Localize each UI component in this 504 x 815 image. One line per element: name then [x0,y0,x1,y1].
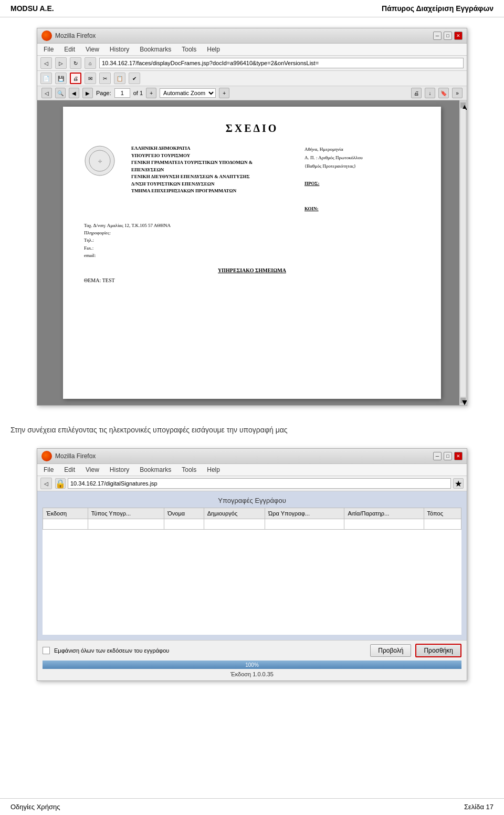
sig-empty-area [43,530,461,635]
ff-reload-icon-1[interactable]: ↻ [70,57,81,69]
ff-save-icon-1[interactable]: 💾 [55,73,67,84]
ff-menu-view-1[interactable]: View [83,45,101,54]
pdf-zoom-in[interactable]: + [219,88,229,98]
ff-tool5-icon-1[interactable]: ✂ [99,73,111,84]
sig-add-btn[interactable]: Προσθήκη [415,644,461,657]
pdf-addr-2: Πληροφορίες: [84,229,420,236]
ff-open-icon-1[interactable]: 📄 [40,73,52,84]
sig-cell-1-4 [204,519,265,530]
sig-title: Υπογραφές Εγγράφου [43,497,461,504]
ff-toolbar2-1: 📄 💾 🖨 ✉ ✂ 📋 ✔ [37,71,467,86]
svg-text:☩: ☩ [98,159,102,164]
sig-cell-1-1 [43,519,88,530]
pdf-more-btn[interactable]: » [452,88,463,98]
ff-lock-icon-2: 🔒 [55,478,66,489]
page-footer: Οδηγίες Χρήσης Σελίδα 17 [0,798,504,815]
ff-menu-history-1[interactable]: History [108,45,131,54]
ff-menu-edit-1[interactable]: Edit [62,45,77,54]
org-line-7: ΤΜΗΜΑ ΕΠΙΧΕΙΡΗΣΙΑΚΩΝ ΠΡΟΓΡΑΜΜΑΤΩΝ [131,188,294,195]
ff-menu-help-1[interactable]: Help [205,45,222,54]
firefox-logo-2 [41,451,52,461]
ff-toolbar-1: ◁ ▷ ↻ ⌂ [37,56,467,71]
sig-col-time: Ώρα Υπογραφ... [265,508,344,519]
ff-minimize-btn-2[interactable]: ─ [433,452,442,460]
ff-maximize-btn-1[interactable]: □ [444,32,452,40]
ff-title-text-1: Mozilla Firefox [55,32,96,39]
org-line-1: ΕΛΛΗΝΙΚΗ ΔΗΜΟΚΡΑΤΙΑ [131,145,294,152]
ff-address-input-1[interactable] [99,58,464,68]
ff-menu-view-2[interactable]: View [83,465,101,474]
ff-menu-tools-2[interactable]: Tools [180,465,198,474]
scrollbar-up[interactable]: ▲ [460,102,466,108]
ff-back-icon-1[interactable]: ◁ [40,57,52,69]
pdf-addr-5: email: [84,252,420,259]
sig-version-info: Έκδοση 1.0.0.35 [43,671,461,677]
ff-titlebar-2: Mozilla Firefox ─ □ ✕ [37,449,467,464]
ff-menu-file-1[interactable]: File [41,45,56,54]
org-line-4: ΕΠΕΝΔΥΣΕΩΝ [131,167,294,174]
ff-menu-bookmarks-1[interactable]: Bookmarks [138,45,173,54]
ff-menubar-2: File Edit View History Bookmarks Tools H… [37,464,467,476]
sig-empty-row-1 [43,519,461,530]
ff-close-btn-1[interactable]: ✕ [454,32,463,40]
ff-toolbar-2: ◁ 🔒 ★ [37,476,467,491]
sig-col-name: Όνομα [164,508,204,519]
footer-left: Οδηγίες Χρήσης [10,803,60,811]
pdf-pros-label: ΠΡΟΣ: [304,179,420,188]
ff-tool7-icon-1[interactable]: ✔ [129,73,140,84]
page-header: MODSU A.E. Πάπυρος Διαχείριση Εγγράφων [0,0,504,17]
pdf-city-date: Αθήνα, Ημερομηνία [304,145,420,153]
middle-text-content: Στην συνέχεια επιλέγοντας τις ηλεκτρονικ… [10,426,288,434]
ff-close-btn-2[interactable]: ✕ [454,452,463,460]
pdf-page-input[interactable] [114,88,130,98]
pdf-addr-1: Ταχ. Δ/νση: Αμαλίας 12, Τ.Κ.105 57 ΑΘΗΝΑ [84,222,420,229]
pdf-prev-btn[interactable]: ◁ [41,88,52,98]
ff-menu-tools-1[interactable]: Tools [180,45,198,54]
ff-window-controls-1: ─ □ ✕ [433,32,463,40]
ff-tool6-icon-1[interactable]: 📋 [114,73,125,84]
sig-col-creator: Δημιουργός [204,508,265,519]
sig-col-version: Έκδοση [43,508,88,519]
sig-preview-btn[interactable]: Προβολή [370,644,411,657]
sig-cell-1-3 [164,519,204,530]
org-line-2: ΥΠΟΥΡΓΕΙΟ ΤΟΥΡΙΣΜΟΥ [131,152,294,160]
pdf-download-btn[interactable]: ↓ [425,88,435,98]
firefox-window-2: Mozilla Firefox ─ □ ✕ File Edit View His… [37,448,467,681]
ff-menu-help-2[interactable]: Help [205,465,222,474]
pdf-doc-title: ΣΧΕΔΙΟ [84,122,420,135]
ff-titlebar-left-2: Mozilla Firefox [41,451,96,461]
pdf-nav-prev[interactable]: ◀ [69,88,79,98]
pdf-zoom-select[interactable]: Automatic Zoom [160,88,216,98]
sig-table-body [43,519,461,530]
scrollbar-down[interactable]: ▼ [460,398,466,403]
pdf-add-btn[interactable]: + [146,88,156,98]
ff-menu-bookmarks-2[interactable]: Bookmarks [138,465,173,474]
pdf-protocol: Α. Π. : Αριθμός Πρωτοκόλλου [304,153,420,162]
sig-checkbox[interactable] [43,647,50,654]
ff-print-icon-1[interactable]: 🖨 [70,73,81,84]
pdf-print-btn[interactable]: 🖨 [411,88,422,98]
ff-menu-edit-2[interactable]: Edit [62,465,77,474]
pdf-koin-label: ΚΟΙΝ: [304,204,420,213]
ff-menu-history-2[interactable]: History [108,465,131,474]
ff-maximize-btn-2[interactable]: □ [444,452,452,460]
ff-home-icon-1[interactable]: ⌂ [85,57,96,69]
ff-minimize-btn-1[interactable]: ─ [433,32,442,40]
sig-progress-fill: 100% [43,661,461,669]
ff-forward-icon-1[interactable]: ▷ [55,57,67,69]
ff-title-text-2: Mozilla Firefox [55,452,96,460]
pdf-page-1: ΣΧΕΔΙΟ ☩ ΕΛΛΗΝΙΚΗ ΔΗΜΟΚΡΑΤΙΑ ΥΠΟΥΡΓΕΙΟ Τ… [63,107,441,399]
pdf-nav-next[interactable]: ▶ [82,88,93,98]
pdf-toolbar-1: ◁ 🔍 ◀ ▶ Page: of 1 + Automatic Zoom + 🖨 … [37,86,467,100]
ff-email-icon-1[interactable]: ✉ [85,73,96,84]
ff-menubar-1: File Edit View History Bookmarks Tools H… [37,44,467,56]
ff-star-icon-2[interactable]: ★ [453,478,464,489]
ff-back-icon-2[interactable]: ◁ [40,478,52,489]
pdf-bookmark-btn[interactable]: 🔖 [438,88,449,98]
ff-window-controls-2: ─ □ ✕ [433,452,463,460]
app-title: Πάπυρος Διαχείριση Εγγράφων [382,4,494,13]
pdf-search-btn[interactable]: 🔍 [55,88,66,98]
greek-emblem-svg: ☩ [84,145,116,182]
ff-menu-file-2[interactable]: File [41,465,56,474]
ff-address-input-2[interactable] [68,478,451,489]
